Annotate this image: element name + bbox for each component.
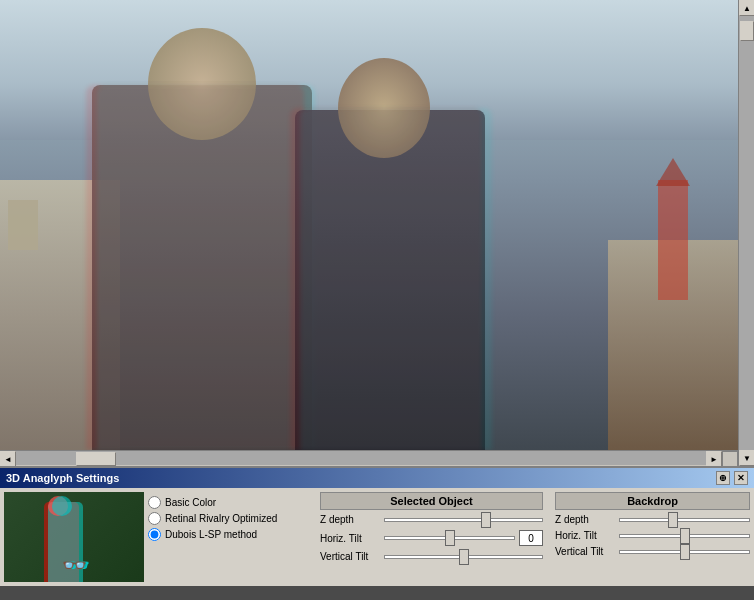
- vert-tilt-slider-selected: [384, 555, 543, 559]
- red-fringe-left: [86, 85, 304, 450]
- z-depth-row-selected: Z depth: [320, 514, 543, 525]
- settings-body: 👓 Basic Color Retinal Rivalry Optimized …: [0, 488, 754, 586]
- vscroll-thumb[interactable]: [740, 21, 754, 41]
- settings-title-bar: 3D Anaglyph Settings ⊕ ✕: [0, 468, 754, 488]
- vert-tilt-row-backdrop: Vertical Tilt: [555, 546, 750, 557]
- glasses-icon: 👓: [62, 553, 87, 577]
- selected-object-column: Selected Object Z depth Horiz. Tilt 0: [320, 492, 543, 582]
- hscroll-thumb[interactable]: [76, 452, 116, 466]
- z-depth-row-backdrop: Z depth: [555, 514, 750, 525]
- image-display: [0, 0, 738, 450]
- basic-color-radio[interactable]: [148, 496, 161, 509]
- z-depth-label-selected: Z depth: [320, 514, 380, 525]
- z-depth-label-backdrop: Z depth: [555, 514, 615, 525]
- vertical-scrollbar: ▲ ▼: [738, 0, 754, 466]
- horiz-tilt-input-selected[interactable]: [384, 536, 515, 540]
- horiz-tilt-slider-backdrop: [619, 534, 750, 538]
- dubois-option: Dubois L-SP method: [148, 528, 308, 541]
- vert-tilt-input-selected[interactable]: [384, 555, 543, 559]
- z-depth-slider-selected: [384, 518, 543, 522]
- image-viewport: ◄ ►: [0, 0, 738, 466]
- z-depth-slider-backdrop: [619, 518, 750, 522]
- scroll-corner: [722, 451, 738, 467]
- cyan-fringe-right: [300, 108, 492, 450]
- selected-object-header: Selected Object: [320, 492, 543, 510]
- scroll-left-button[interactable]: ◄: [0, 451, 16, 467]
- hscroll-track[interactable]: [16, 451, 706, 465]
- z-depth-input-backdrop[interactable]: [619, 518, 750, 522]
- vert-tilt-label-selected: Vertical Tilt: [320, 551, 380, 562]
- retinal-rivalry-label[interactable]: Retinal Rivalry Optimized: [165, 513, 277, 524]
- horiz-tilt-input-backdrop[interactable]: [619, 534, 750, 538]
- title-bar-controls: ⊕ ✕: [716, 471, 748, 485]
- vert-tilt-row-selected: Vertical Tilt: [320, 551, 543, 562]
- backdrop-header: Backdrop: [555, 492, 750, 510]
- horiz-tilt-value-selected: 0: [519, 530, 543, 546]
- vert-tilt-label-backdrop: Vertical Tilt: [555, 546, 615, 557]
- vert-tilt-slider-backdrop: [619, 550, 750, 554]
- basic-color-option: Basic Color: [148, 496, 308, 509]
- retinal-rivalry-option: Retinal Rivalry Optimized: [148, 512, 308, 525]
- pin-button[interactable]: ⊕: [716, 471, 730, 485]
- horiz-tilt-label-backdrop: Horiz. Tilt: [555, 530, 615, 541]
- horizontal-scrollbar: ◄ ►: [0, 450, 738, 466]
- close-button[interactable]: ✕: [734, 471, 748, 485]
- scroll-down-button[interactable]: ▼: [739, 450, 754, 466]
- horiz-tilt-row-selected: Horiz. Tilt 0: [320, 530, 543, 546]
- scroll-right-button[interactable]: ►: [706, 451, 722, 467]
- backdrop-column: Backdrop Z depth Horiz. Tilt: [555, 492, 750, 582]
- scroll-up-button[interactable]: ▲: [739, 0, 754, 16]
- basic-color-label[interactable]: Basic Color: [165, 497, 216, 508]
- vscroll-track[interactable]: [739, 16, 754, 450]
- z-depth-input-selected[interactable]: [384, 518, 543, 522]
- retinal-rivalry-radio[interactable]: [148, 512, 161, 525]
- building-window-left: [8, 200, 38, 250]
- horiz-tilt-row-backdrop: Horiz. Tilt: [555, 530, 750, 541]
- horiz-tilt-label-selected: Horiz. Tilt: [320, 533, 380, 544]
- dubois-radio[interactable]: [148, 528, 161, 541]
- horiz-tilt-slider-selected: [384, 536, 515, 540]
- vert-tilt-input-backdrop[interactable]: [619, 550, 750, 554]
- dubois-label[interactable]: Dubois L-SP method: [165, 529, 257, 540]
- preview-thumbnail: 👓: [4, 492, 144, 582]
- thumb-head-cyan: [52, 496, 72, 516]
- settings-title: 3D Anaglyph Settings: [6, 472, 119, 484]
- settings-panel: 3D Anaglyph Settings ⊕ ✕ 👓 Basic: [0, 466, 754, 586]
- options-column: Basic Color Retinal Rivalry Optimized Du…: [148, 492, 308, 582]
- church-tower: [658, 180, 688, 300]
